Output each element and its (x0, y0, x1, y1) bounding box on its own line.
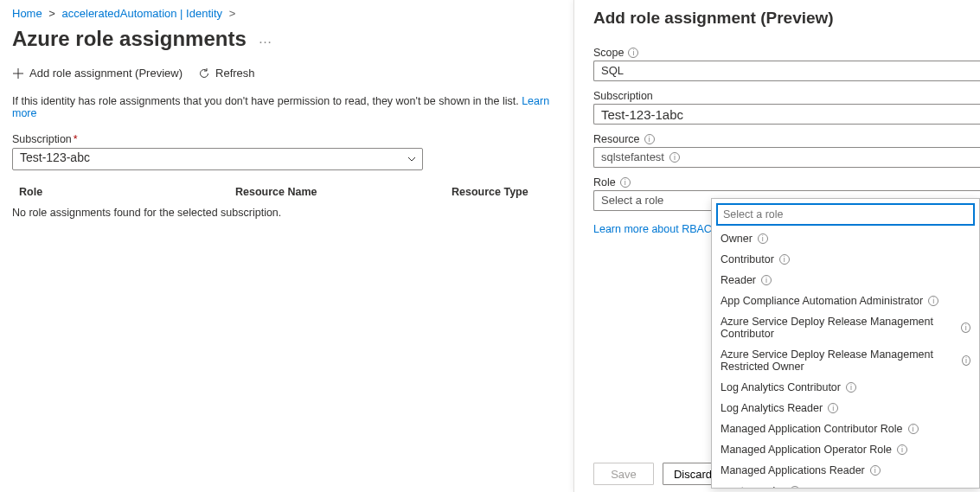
info-icon[interactable]: i (620, 177, 631, 188)
info-icon[interactable]: i (644, 134, 655, 144)
info-icon[interactable]: i (669, 152, 680, 163)
plus-icon (12, 67, 24, 80)
info-icon[interactable]: i (908, 424, 919, 434)
role-option[interactable]: Contributori (712, 249, 979, 270)
subscription-value: Test-123-abc (20, 150, 90, 164)
role-search-input[interactable] (717, 204, 974, 225)
panel-subscription-label: Subscription (593, 90, 980, 102)
role-option[interactable]: Managed Applications Readeri (712, 460, 979, 481)
role-option[interactable]: Log Analytics Contributori (712, 377, 979, 398)
page-title: Azure role assignments (12, 27, 247, 51)
toolbar: Add role assignment (Preview) Refresh (12, 67, 559, 80)
chevron-right-icon: > (229, 7, 236, 20)
panel-title: Add role assignment (Preview) (593, 9, 980, 28)
info-icon[interactable]: i (897, 444, 907, 455)
info-icon[interactable]: i (870, 465, 881, 476)
chevron-right-icon: > (48, 7, 55, 20)
scope-label: Scopei (593, 47, 980, 59)
role-option[interactable]: Log Analytics Readeri (712, 398, 979, 419)
main-panel: Home > acceleratedAutomation | Identity … (0, 0, 571, 226)
col-resource-name: Resource Name (235, 186, 452, 198)
add-role-assignment-button[interactable]: Add role assignment (Preview) (12, 67, 183, 80)
role-option[interactable]: Managed Application Operator Rolei (712, 439, 979, 460)
breadcrumb-home[interactable]: Home (12, 7, 42, 20)
resource-label: Resourcei (593, 133, 980, 145)
role-option[interactable]: Managed Application Contributor Rolei (712, 419, 979, 439)
chevron-down-icon (407, 154, 417, 164)
role-option[interactable]: Owneri (712, 228, 979, 249)
more-icon[interactable]: … (258, 31, 272, 46)
info-icon[interactable]: i (846, 382, 856, 393)
role-label: Rolei (593, 176, 980, 188)
info-icon[interactable]: i (790, 486, 800, 488)
learn-rbac-link[interactable]: Learn more about RBAC (593, 223, 712, 235)
scope-select[interactable]: SQL (593, 61, 980, 81)
col-resource-type: Resource Type (452, 186, 552, 198)
col-role: Role (19, 186, 235, 198)
info-icon[interactable]: i (962, 355, 970, 366)
subscription-select[interactable]: Test-123-abc (12, 148, 423, 170)
resource-select[interactable]: sqlstefantest i (593, 147, 980, 168)
refresh-label: Refresh (215, 67, 255, 80)
info-icon[interactable]: i (761, 275, 772, 285)
panel-footer: Save Discard (593, 463, 723, 485)
table-header: Role Resource Name Resource Type (12, 182, 559, 201)
role-option[interactable]: Azure Service Deploy Release Management … (712, 344, 979, 377)
role-option[interactable]: Readeri (712, 270, 979, 291)
info-icon[interactable]: i (961, 323, 970, 333)
role-option[interactable]: Azure Service Deploy Release Management … (712, 311, 979, 344)
refresh-button[interactable]: Refresh (198, 67, 255, 80)
table-empty-message: No role assignments found for the select… (12, 207, 559, 219)
breadcrumb: Home > acceleratedAutomation | Identity … (12, 7, 559, 20)
role-dropdown: OwneriContributoriReaderiApp Compliance … (711, 198, 980, 489)
info-icon[interactable]: i (779, 254, 790, 265)
save-button: Save (593, 463, 654, 485)
info-icon[interactable]: i (758, 233, 768, 244)
breadcrumb-identity[interactable]: acceleratedAutomation | Identity (62, 7, 223, 20)
info-icon[interactable]: i (928, 296, 938, 306)
info-icon[interactable]: i (628, 48, 638, 58)
info-icon[interactable]: i (828, 403, 838, 413)
role-list: OwneriContributoriReaderiApp Compliance … (712, 228, 979, 488)
panel-subscription-select[interactable]: Test-123-1abc (593, 104, 980, 125)
add-label: Add role assignment (Preview) (29, 67, 183, 80)
subscription-label: Subscription* (12, 133, 559, 145)
refresh-icon (198, 67, 210, 80)
role-option[interactable]: App Compliance Automation Administratori (712, 291, 979, 311)
info-text: If this identity has role assignments th… (12, 95, 559, 119)
role-option[interactable]: masterreaderi (712, 481, 979, 488)
